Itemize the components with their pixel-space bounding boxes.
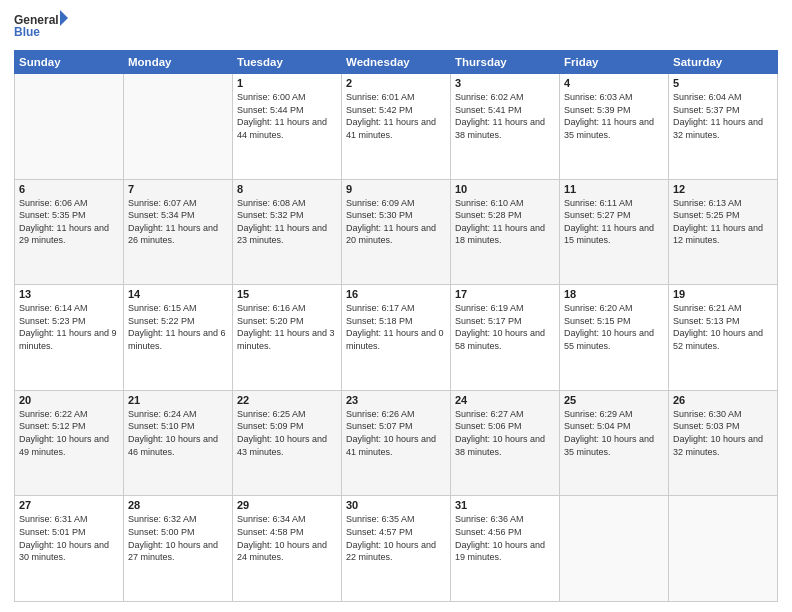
calendar-cell: 23Sunrise: 6:26 AM Sunset: 5:07 PM Dayli… (342, 390, 451, 496)
calendar-cell: 8Sunrise: 6:08 AM Sunset: 5:32 PM Daylig… (233, 179, 342, 285)
day-number: 27 (19, 499, 119, 511)
weekday-header-tuesday: Tuesday (233, 51, 342, 74)
cell-info: Sunrise: 6:04 AM Sunset: 5:37 PM Dayligh… (673, 91, 773, 141)
cell-info: Sunrise: 6:02 AM Sunset: 5:41 PM Dayligh… (455, 91, 555, 141)
weekday-header-sunday: Sunday (15, 51, 124, 74)
cell-info: Sunrise: 6:35 AM Sunset: 4:57 PM Dayligh… (346, 513, 446, 563)
cell-info: Sunrise: 6:08 AM Sunset: 5:32 PM Dayligh… (237, 197, 337, 247)
calendar-cell: 25Sunrise: 6:29 AM Sunset: 5:04 PM Dayli… (560, 390, 669, 496)
logo-svg: GeneralBlue (14, 10, 74, 44)
day-number: 11 (564, 183, 664, 195)
calendar-cell: 31Sunrise: 6:36 AM Sunset: 4:56 PM Dayli… (451, 496, 560, 602)
day-number: 3 (455, 77, 555, 89)
cell-info: Sunrise: 6:09 AM Sunset: 5:30 PM Dayligh… (346, 197, 446, 247)
calendar-cell: 1Sunrise: 6:00 AM Sunset: 5:44 PM Daylig… (233, 74, 342, 180)
calendar-cell (124, 74, 233, 180)
day-number: 25 (564, 394, 664, 406)
calendar-cell: 30Sunrise: 6:35 AM Sunset: 4:57 PM Dayli… (342, 496, 451, 602)
cell-info: Sunrise: 6:21 AM Sunset: 5:13 PM Dayligh… (673, 302, 773, 352)
day-number: 9 (346, 183, 446, 195)
day-number: 28 (128, 499, 228, 511)
weekday-header-row: SundayMondayTuesdayWednesdayThursdayFrid… (15, 51, 778, 74)
cell-info: Sunrise: 6:14 AM Sunset: 5:23 PM Dayligh… (19, 302, 119, 352)
day-number: 10 (455, 183, 555, 195)
cell-info: Sunrise: 6:26 AM Sunset: 5:07 PM Dayligh… (346, 408, 446, 458)
calendar-cell: 27Sunrise: 6:31 AM Sunset: 5:01 PM Dayli… (15, 496, 124, 602)
day-number: 13 (19, 288, 119, 300)
day-number: 7 (128, 183, 228, 195)
calendar-week-row: 13Sunrise: 6:14 AM Sunset: 5:23 PM Dayli… (15, 285, 778, 391)
cell-info: Sunrise: 6:25 AM Sunset: 5:09 PM Dayligh… (237, 408, 337, 458)
cell-info: Sunrise: 6:22 AM Sunset: 5:12 PM Dayligh… (19, 408, 119, 458)
svg-marker-2 (60, 10, 68, 26)
day-number: 19 (673, 288, 773, 300)
day-number: 20 (19, 394, 119, 406)
day-number: 12 (673, 183, 773, 195)
cell-info: Sunrise: 6:29 AM Sunset: 5:04 PM Dayligh… (564, 408, 664, 458)
cell-info: Sunrise: 6:34 AM Sunset: 4:58 PM Dayligh… (237, 513, 337, 563)
calendar-cell: 7Sunrise: 6:07 AM Sunset: 5:34 PM Daylig… (124, 179, 233, 285)
calendar-cell: 14Sunrise: 6:15 AM Sunset: 5:22 PM Dayli… (124, 285, 233, 391)
calendar-week-row: 27Sunrise: 6:31 AM Sunset: 5:01 PM Dayli… (15, 496, 778, 602)
calendar-cell: 29Sunrise: 6:34 AM Sunset: 4:58 PM Dayli… (233, 496, 342, 602)
cell-info: Sunrise: 6:32 AM Sunset: 5:00 PM Dayligh… (128, 513, 228, 563)
logo: GeneralBlue (14, 10, 74, 44)
calendar-cell: 24Sunrise: 6:27 AM Sunset: 5:06 PM Dayli… (451, 390, 560, 496)
calendar-cell (669, 496, 778, 602)
calendar-cell: 26Sunrise: 6:30 AM Sunset: 5:03 PM Dayli… (669, 390, 778, 496)
cell-info: Sunrise: 6:01 AM Sunset: 5:42 PM Dayligh… (346, 91, 446, 141)
day-number: 26 (673, 394, 773, 406)
calendar-cell: 22Sunrise: 6:25 AM Sunset: 5:09 PM Dayli… (233, 390, 342, 496)
calendar-cell: 12Sunrise: 6:13 AM Sunset: 5:25 PM Dayli… (669, 179, 778, 285)
weekday-header-friday: Friday (560, 51, 669, 74)
calendar-cell: 13Sunrise: 6:14 AM Sunset: 5:23 PM Dayli… (15, 285, 124, 391)
calendar-cell: 20Sunrise: 6:22 AM Sunset: 5:12 PM Dayli… (15, 390, 124, 496)
cell-info: Sunrise: 6:17 AM Sunset: 5:18 PM Dayligh… (346, 302, 446, 352)
cell-info: Sunrise: 6:24 AM Sunset: 5:10 PM Dayligh… (128, 408, 228, 458)
calendar-cell: 17Sunrise: 6:19 AM Sunset: 5:17 PM Dayli… (451, 285, 560, 391)
cell-info: Sunrise: 6:30 AM Sunset: 5:03 PM Dayligh… (673, 408, 773, 458)
calendar-week-row: 6Sunrise: 6:06 AM Sunset: 5:35 PM Daylig… (15, 179, 778, 285)
calendar-cell: 18Sunrise: 6:20 AM Sunset: 5:15 PM Dayli… (560, 285, 669, 391)
calendar-cell: 19Sunrise: 6:21 AM Sunset: 5:13 PM Dayli… (669, 285, 778, 391)
day-number: 8 (237, 183, 337, 195)
day-number: 21 (128, 394, 228, 406)
calendar-cell: 4Sunrise: 6:03 AM Sunset: 5:39 PM Daylig… (560, 74, 669, 180)
day-number: 4 (564, 77, 664, 89)
day-number: 16 (346, 288, 446, 300)
cell-info: Sunrise: 6:36 AM Sunset: 4:56 PM Dayligh… (455, 513, 555, 563)
calendar-cell: 11Sunrise: 6:11 AM Sunset: 5:27 PM Dayli… (560, 179, 669, 285)
day-number: 30 (346, 499, 446, 511)
day-number: 17 (455, 288, 555, 300)
calendar-week-row: 1Sunrise: 6:00 AM Sunset: 5:44 PM Daylig… (15, 74, 778, 180)
calendar-cell: 16Sunrise: 6:17 AM Sunset: 5:18 PM Dayli… (342, 285, 451, 391)
calendar-cell: 9Sunrise: 6:09 AM Sunset: 5:30 PM Daylig… (342, 179, 451, 285)
cell-info: Sunrise: 6:15 AM Sunset: 5:22 PM Dayligh… (128, 302, 228, 352)
calendar-week-row: 20Sunrise: 6:22 AM Sunset: 5:12 PM Dayli… (15, 390, 778, 496)
day-number: 22 (237, 394, 337, 406)
weekday-header-wednesday: Wednesday (342, 51, 451, 74)
calendar-cell: 10Sunrise: 6:10 AM Sunset: 5:28 PM Dayli… (451, 179, 560, 285)
weekday-header-thursday: Thursday (451, 51, 560, 74)
day-number: 15 (237, 288, 337, 300)
cell-info: Sunrise: 6:31 AM Sunset: 5:01 PM Dayligh… (19, 513, 119, 563)
cell-info: Sunrise: 6:03 AM Sunset: 5:39 PM Dayligh… (564, 91, 664, 141)
cell-info: Sunrise: 6:06 AM Sunset: 5:35 PM Dayligh… (19, 197, 119, 247)
cell-info: Sunrise: 6:07 AM Sunset: 5:34 PM Dayligh… (128, 197, 228, 247)
calendar-table: SundayMondayTuesdayWednesdayThursdayFrid… (14, 50, 778, 602)
calendar-cell: 6Sunrise: 6:06 AM Sunset: 5:35 PM Daylig… (15, 179, 124, 285)
weekday-header-monday: Monday (124, 51, 233, 74)
page-header: GeneralBlue (14, 10, 778, 44)
calendar-cell: 21Sunrise: 6:24 AM Sunset: 5:10 PM Dayli… (124, 390, 233, 496)
cell-info: Sunrise: 6:13 AM Sunset: 5:25 PM Dayligh… (673, 197, 773, 247)
day-number: 6 (19, 183, 119, 195)
day-number: 14 (128, 288, 228, 300)
calendar-cell: 3Sunrise: 6:02 AM Sunset: 5:41 PM Daylig… (451, 74, 560, 180)
day-number: 23 (346, 394, 446, 406)
day-number: 24 (455, 394, 555, 406)
day-number: 29 (237, 499, 337, 511)
day-number: 2 (346, 77, 446, 89)
calendar-cell: 5Sunrise: 6:04 AM Sunset: 5:37 PM Daylig… (669, 74, 778, 180)
calendar-cell: 2Sunrise: 6:01 AM Sunset: 5:42 PM Daylig… (342, 74, 451, 180)
cell-info: Sunrise: 6:10 AM Sunset: 5:28 PM Dayligh… (455, 197, 555, 247)
